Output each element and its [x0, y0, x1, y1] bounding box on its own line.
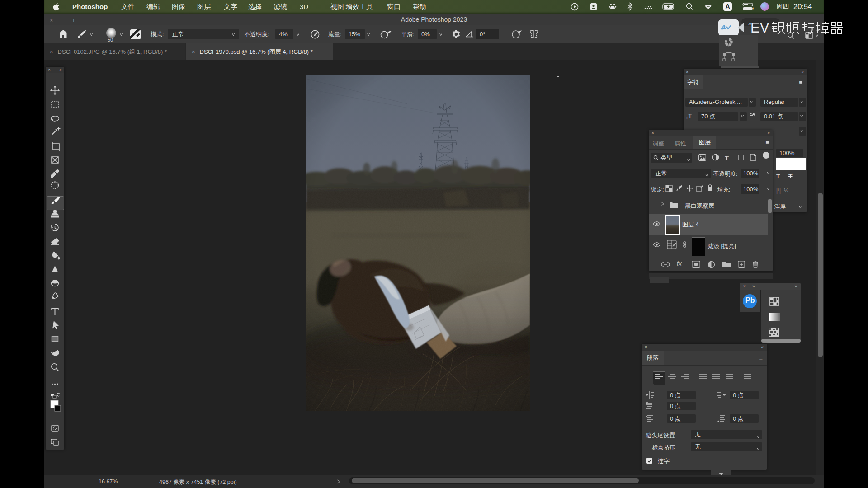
- svg-text:T: T: [688, 113, 692, 120]
